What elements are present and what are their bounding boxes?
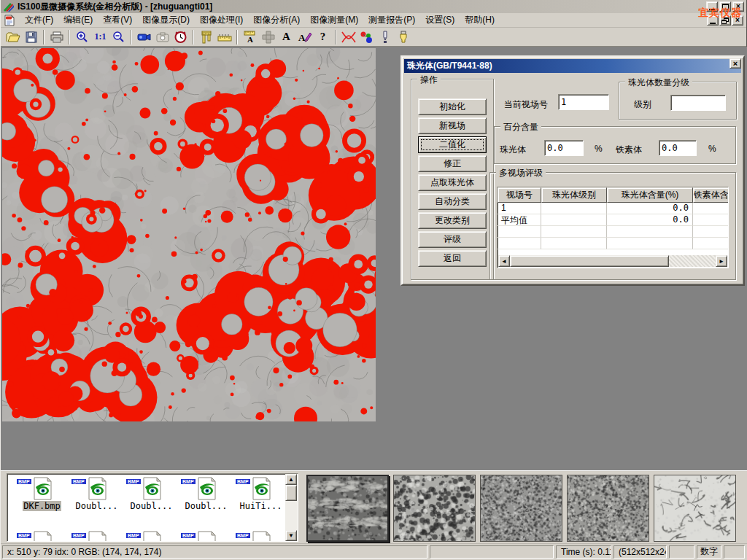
measure-text-button[interactable]: A <box>241 28 259 45</box>
new-field-button[interactable]: 新视场 <box>418 117 487 134</box>
file-item-partial[interactable]: BMP <box>15 531 69 542</box>
help-button[interactable]: ? <box>314 28 332 45</box>
print-button[interactable] <box>47 28 66 45</box>
dialog-close-button[interactable]: × <box>729 58 741 69</box>
mdi-restore-button[interactable] <box>719 15 731 26</box>
file-item[interactable]: BMP Doubl... <box>179 477 233 511</box>
thumbnail-2[interactable] <box>393 475 476 542</box>
title-bar[interactable]: IS100显微摄像系统(金相分析版) - [zhuguangti01] × <box>1 0 746 13</box>
caliper-measure-button[interactable] <box>197 28 215 45</box>
table-row[interactable]: 平均值 0.0 <box>498 214 728 226</box>
save-button[interactable] <box>22 28 40 45</box>
text-annotate-button[interactable]: A <box>277 28 295 45</box>
menu-image-process[interactable]: 图像处理(I) <box>195 12 248 28</box>
file-name[interactable]: HuiTi... <box>239 501 283 511</box>
mdi-minimize-button[interactable] <box>707 15 719 26</box>
color-classify-button[interactable] <box>357 28 376 45</box>
menu-settings[interactable]: 设置(S) <box>420 12 460 28</box>
col-field-number[interactable]: 视场号 <box>498 187 541 203</box>
bmp-badge: BMP <box>71 478 87 485</box>
curve-cut-button[interactable] <box>339 28 357 45</box>
correct-button[interactable]: 修正 <box>418 155 487 172</box>
table-horizontal-scrollbar[interactable]: ◄ ► <box>498 255 727 267</box>
scrollbar-track[interactable] <box>669 255 716 267</box>
metallograph-image[interactable] <box>2 48 376 421</box>
mdi-close-button[interactable]: × <box>732 15 743 26</box>
menu-view[interactable]: 查看(V) <box>98 12 137 28</box>
table-row[interactable]: 1 0.0 <box>498 203 728 214</box>
menu-image-display[interactable]: 图像显示(D) <box>137 12 195 28</box>
scroll-down-button[interactable]: ▼ <box>285 530 297 541</box>
file-item-partial[interactable]: BMP <box>69 531 124 542</box>
auto-classify-button[interactable]: 自动分类 <box>418 193 487 210</box>
file-name[interactable]: Doubl... <box>130 501 174 511</box>
file-list-scrollbar[interactable]: ▲ ▼ <box>285 474 298 541</box>
grade-button[interactable]: 评级 <box>418 231 487 248</box>
change-class-button[interactable]: 更改类别 <box>418 212 487 229</box>
file-item[interactable]: BMP HuiTi... <box>233 477 288 511</box>
col-pearlite-level[interactable]: 珠光体级别 <box>541 187 607 203</box>
edit-pencil-icon: A <box>298 31 312 43</box>
file-item-partial[interactable]: BMP <box>179 531 233 542</box>
file-item[interactable]: BMP Doubl... <box>124 477 179 511</box>
scrollbar-thumb[interactable] <box>510 255 669 267</box>
file-item[interactable]: BMP DKF.bmp <box>15 477 69 511</box>
file-list[interactable]: BMP DKF.bmp BMP Doubl... BMP Doubl... <box>7 473 298 542</box>
menu-help[interactable]: 帮助(H) <box>460 12 500 28</box>
file-item-partial[interactable]: BMP <box>124 531 179 542</box>
cell-ferrite <box>693 203 729 214</box>
file-name[interactable]: DKF.bmp <box>23 501 61 511</box>
col-ferrite-content[interactable]: 铁素体含量(%) <box>693 187 729 203</box>
return-button[interactable]: 返回 <box>418 250 487 267</box>
dialog-title-bar[interactable]: 珠光体(GB/T9441-88) <box>404 59 741 73</box>
scroll-up-button[interactable]: ▲ <box>285 474 297 485</box>
maximize-button[interactable] <box>719 1 731 12</box>
menu-edit[interactable]: 编辑(E) <box>58 12 98 28</box>
scrollbar-thumb[interactable] <box>285 485 297 501</box>
scroll-left-icon: ◄ <box>501 258 507 265</box>
edit-annotate-button[interactable]: A <box>295 28 314 45</box>
file-name[interactable]: Doubl... <box>75 501 119 511</box>
point-pick-button[interactable] <box>376 28 394 45</box>
clock-icon <box>174 31 187 43</box>
current-field-input[interactable] <box>558 94 609 110</box>
minimize-button[interactable] <box>706 1 718 12</box>
menu-image-measure[interactable]: 图像测量(M) <box>305 12 363 28</box>
multifield-table[interactable]: 视场号 珠光体级别 珠光体含量(%) 铁素体含量(%) 1 0.0 平均值 0.… <box>497 187 729 268</box>
file-item[interactable]: BMP Doubl... <box>69 477 124 511</box>
pearlite-percent-input[interactable] <box>544 140 584 156</box>
pick-pearlite-button[interactable]: 点取珠光体 <box>418 174 487 191</box>
close-button[interactable]: × <box>732 1 744 12</box>
ferrite-label: 铁素体 <box>616 144 642 156</box>
init-button[interactable]: 初始化 <box>418 98 487 115</box>
binarize-button[interactable]: 二值化 <box>418 136 487 153</box>
thumbnail-1[interactable] <box>306 475 389 542</box>
ruler-measure-button[interactable] <box>215 28 233 45</box>
file-item-partial[interactable]: BMP <box>233 531 288 542</box>
open-file-button[interactable] <box>4 28 22 45</box>
menu-measure-report[interactable]: 测量报告(P) <box>363 12 420 28</box>
snapshot-button[interactable] <box>153 28 171 45</box>
level-input[interactable] <box>670 95 726 111</box>
thumbnail-3[interactable] <box>480 475 562 542</box>
video-capture-button[interactable] <box>135 28 153 45</box>
scroll-left-button[interactable]: ◄ <box>498 255 510 267</box>
thumbnail-5[interactable] <box>654 475 736 542</box>
scroll-right-button[interactable]: ► <box>716 255 727 267</box>
thumbnail-4[interactable] <box>567 475 649 542</box>
bmp-badge: BMP <box>235 532 251 539</box>
document-icon <box>4 15 15 26</box>
grid-cross-button[interactable] <box>259 28 277 45</box>
menu-image-analysis[interactable]: 图像分析(A) <box>248 12 305 28</box>
file-name[interactable]: Doubl... <box>185 501 228 511</box>
col-pearlite-content[interactable]: 珠光体含量(%) <box>607 187 693 203</box>
ferrite-percent-input[interactable] <box>659 140 697 156</box>
timer-button[interactable] <box>171 28 190 45</box>
paint-fill-button[interactable] <box>394 28 412 45</box>
cell-field: 平均值 <box>498 214 541 226</box>
scroll-right-icon: ► <box>719 258 724 265</box>
actual-size-button[interactable]: 1:1 <box>91 28 109 45</box>
menu-file[interactable]: 文件(F) <box>20 12 58 28</box>
zoom-out-button[interactable] <box>109 28 128 45</box>
zoom-in-button[interactable] <box>73 28 91 45</box>
